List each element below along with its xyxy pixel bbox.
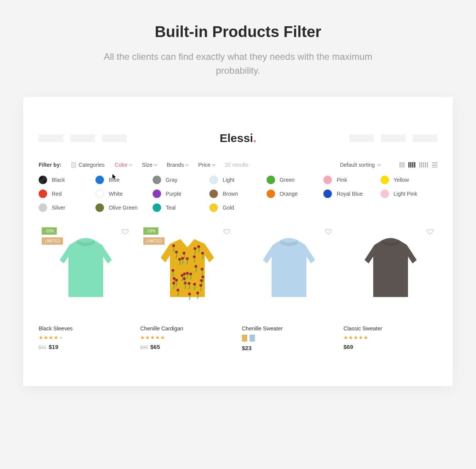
svg-point-1 <box>181 275 182 276</box>
color-option-green[interactable]: Green <box>267 176 323 184</box>
variant-swatch[interactable] <box>242 335 247 342</box>
grid-3-icon[interactable] <box>400 162 405 168</box>
nav-right-placeholders <box>349 134 437 142</box>
grid-5-icon[interactable] <box>419 162 428 168</box>
color-option-orange[interactable]: Orange <box>267 190 323 198</box>
product-old-price: $80 <box>140 345 148 350</box>
svg-point-51 <box>202 276 203 278</box>
color-option-red[interactable]: Red <box>39 190 95 198</box>
svg-point-27 <box>172 270 173 271</box>
filter-size[interactable]: Size <box>142 162 156 168</box>
sort-dropdown[interactable]: Default sorting <box>340 162 380 168</box>
color-option-gray[interactable]: Gray <box>153 176 209 184</box>
color-option-gold[interactable]: Gold <box>209 203 266 212</box>
product-price: $21$19 <box>39 344 133 350</box>
color-option-royal-blue[interactable]: Royal Blue <box>323 190 380 198</box>
color-label: Green <box>280 177 295 183</box>
color-swatch <box>153 203 161 212</box>
color-option-yellow[interactable]: Yellow <box>381 176 437 184</box>
color-label: Silver <box>52 205 65 211</box>
wishlist-icon[interactable] <box>325 228 332 235</box>
product-name: Chenille Sweater <box>242 325 336 332</box>
color-label: Light Pink <box>394 191 417 197</box>
svg-point-9 <box>194 284 195 285</box>
wishlist-icon[interactable] <box>223 228 230 235</box>
product-rating: ★★★★★ <box>140 335 234 340</box>
product-image[interactable]: -19%LIMITED <box>140 224 234 313</box>
color-option-light-pink[interactable]: Light Pink <box>381 190 437 198</box>
color-option-silver[interactable]: Silver <box>39 203 95 212</box>
filter-price[interactable]: Price <box>198 162 215 168</box>
logo-dot: . <box>253 132 256 145</box>
product-image[interactable] <box>242 224 336 313</box>
color-label: Royal Blue <box>337 191 363 197</box>
product-card[interactable]: -10%LIMITED Black Sleeves ★★★★★ $21$19 <box>39 224 133 351</box>
color-swatch <box>209 176 218 184</box>
filter-brands[interactable]: Brands <box>167 162 188 168</box>
logo-text: Elessi <box>219 132 253 145</box>
svg-point-17 <box>184 273 185 274</box>
categories-icon <box>71 163 76 168</box>
color-swatch <box>267 190 275 198</box>
svg-point-23 <box>198 246 199 247</box>
product-variants <box>242 335 336 342</box>
color-swatch <box>95 176 104 184</box>
color-label: Blue <box>109 177 119 183</box>
filter-color[interactable]: Color <box>115 162 132 168</box>
svg-point-41 <box>194 248 195 249</box>
color-option-pink[interactable]: Pink <box>323 176 380 184</box>
svg-point-3 <box>188 283 189 284</box>
svg-point-59 <box>177 290 178 291</box>
svg-point-29 <box>201 280 202 281</box>
svg-point-5 <box>187 258 188 259</box>
color-swatch <box>381 176 389 184</box>
product-name: Classic Sweater <box>343 325 437 332</box>
color-option-blue[interactable]: Blue <box>95 176 152 184</box>
product-image[interactable]: -10%LIMITED <box>39 224 133 313</box>
svg-point-7 <box>195 266 196 267</box>
chevron-up-icon <box>129 164 132 167</box>
svg-point-19 <box>187 273 188 274</box>
color-option-white[interactable]: White <box>95 190 152 198</box>
product-image[interactable] <box>343 224 437 313</box>
product-name: Chenille Cardigan <box>140 325 234 332</box>
color-option-light[interactable]: Light <box>209 176 266 184</box>
svg-point-15 <box>179 259 180 260</box>
color-swatch <box>153 190 161 198</box>
color-label: Light <box>223 177 234 183</box>
color-label: White <box>109 191 122 197</box>
product-price: $69 <box>343 344 437 350</box>
color-label: Black <box>52 177 65 183</box>
product-card[interactable]: -19%LIMITED Chenille Cardigan ★★★★★ $80$… <box>140 224 234 351</box>
logo: Elessi. <box>219 132 256 145</box>
chevron-down-icon <box>185 163 189 166</box>
view-switch <box>400 162 437 168</box>
color-swatch <box>209 203 218 212</box>
color-label: Red <box>52 191 62 197</box>
wishlist-icon[interactable] <box>122 228 129 235</box>
color-swatch <box>267 176 275 184</box>
color-swatch <box>95 190 104 198</box>
demo-card: Elessi. Filter by: Categories Color Size… <box>23 97 453 386</box>
list-view-icon[interactable] <box>432 162 437 168</box>
color-swatch <box>153 176 161 184</box>
color-label: Brown <box>223 191 238 197</box>
product-badge: -19% <box>143 227 158 235</box>
color-option-teal[interactable]: Teal <box>153 203 209 212</box>
product-card[interactable]: Chenille Sweater $23 <box>242 224 336 351</box>
color-option-purple[interactable]: Purple <box>153 190 209 198</box>
color-option-black[interactable]: Black <box>39 176 95 184</box>
svg-point-39 <box>176 279 177 281</box>
svg-point-57 <box>184 278 185 279</box>
svg-point-21 <box>190 273 191 274</box>
product-card[interactable]: Classic Sweater ★★★★★ $69 <box>343 224 437 351</box>
filter-categories[interactable]: Categories <box>71 162 105 168</box>
variant-swatch[interactable] <box>250 335 255 342</box>
wishlist-icon[interactable] <box>427 228 434 235</box>
color-option-brown[interactable]: Brown <box>209 190 266 198</box>
grid-4-icon[interactable] <box>408 162 415 168</box>
color-option-olive-green[interactable]: Olive Green <box>95 203 152 212</box>
hero-subtitle: All the clients can find exactly what th… <box>103 50 373 78</box>
color-label: Gray <box>166 177 177 183</box>
svg-point-43 <box>202 252 203 254</box>
